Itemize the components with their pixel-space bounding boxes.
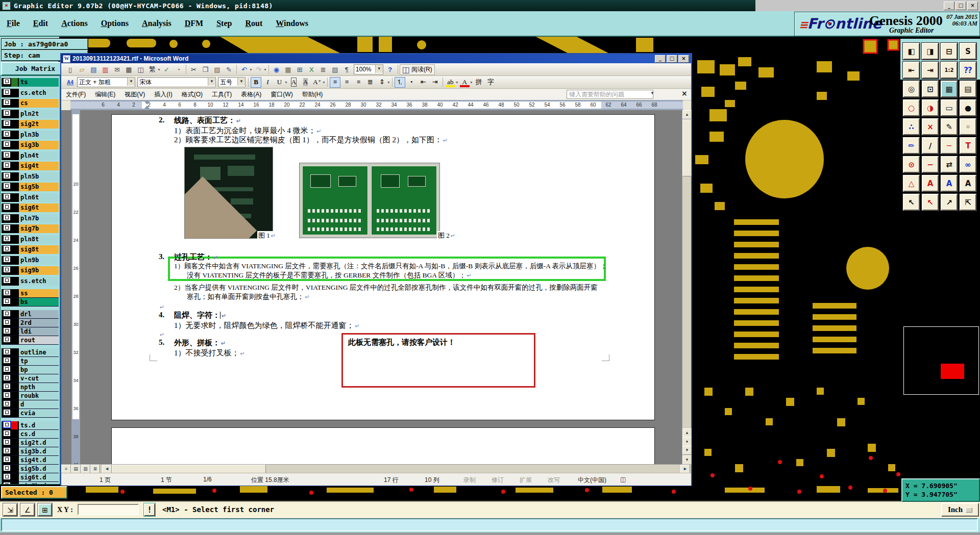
command-line-bar[interactable] <box>1 518 978 531</box>
layer-label[interactable]: bp <box>19 366 59 374</box>
char-border-button[interactable]: A <box>288 77 299 88</box>
layer-row-sig2t.d[interactable]: sig2t.d <box>2 439 59 447</box>
zoom-select[interactable]: 100%▼ <box>354 64 383 74</box>
layer-row-pln8t[interactable]: pln8t <box>2 235 59 244</box>
hscroll-thumb[interactable] <box>112 465 266 473</box>
layer-row-cs.etch[interactable]: cs.etch <box>2 89 59 97</box>
select-alt-cursor-button[interactable]: ↗ <box>941 194 958 211</box>
layer-row-sig7b[interactable]: sig7b <box>2 224 59 233</box>
filled-pad-button[interactable]: ● <box>960 99 976 116</box>
layer-row-npth[interactable]: npth <box>2 383 59 392</box>
layer-label[interactable]: sig7b <box>19 224 59 233</box>
layer-label[interactable]: v-cut <box>19 374 59 383</box>
swap-button[interactable]: ⇄ <box>941 156 958 173</box>
layer-label[interactable]: sig3b <box>19 141 59 149</box>
text-red-button[interactable]: A <box>922 175 939 192</box>
layer-label[interactable]: pln7b <box>19 214 59 223</box>
menu-item-dfm[interactable]: DFM <box>178 19 210 28</box>
layer-row-sig4t[interactable]: sig4t <box>2 162 59 170</box>
layer-row-cvia[interactable]: cvia <box>2 409 59 418</box>
layer-row-pln5b[interactable]: pln5b <box>2 172 59 181</box>
font-select[interactable]: 宋体▼ <box>137 77 216 87</box>
layer-checkbox[interactable] <box>4 456 10 462</box>
layer-row-ss[interactable]: ss <box>2 289 59 298</box>
layer-checkbox[interactable] <box>4 194 10 199</box>
layer-label[interactable]: sig2t.d <box>19 439 59 447</box>
layer-checkbox[interactable] <box>4 337 10 342</box>
word-menu-item[interactable]: 格式(O) <box>177 90 207 99</box>
maximize-button[interactable]: □ <box>955 2 966 10</box>
layer-label[interactable]: drl <box>19 310 59 318</box>
layer-label[interactable]: sig3b.d <box>19 447 59 455</box>
menu-item-step[interactable]: Step <box>210 19 238 28</box>
select-red-cursor-button[interactable]: ↖ <box>922 194 939 211</box>
layer-row-pln2t[interactable]: pln2t <box>2 110 59 118</box>
phonetic-guide-button[interactable]: 拼 <box>474 77 484 88</box>
vertical-ruler[interactable]: 2022242628303234363840 <box>71 110 80 464</box>
zoom-window-button[interactable]: ⊡ <box>922 81 939 97</box>
chain-tool-button[interactable]: ∞ <box>960 156 976 173</box>
menu-item-windows[interactable]: Windows <box>269 19 315 28</box>
menu-item-file[interactable]: File <box>0 19 27 28</box>
layer-checkbox[interactable] <box>4 141 10 147</box>
layer-label[interactable]: cs.etch <box>19 89 59 97</box>
scroll-left-icon[interactable]: ◄ <box>102 465 112 473</box>
layer-label[interactable]: sig6t.d <box>19 473 59 481</box>
layers-table-button[interactable]: ▤ <box>960 81 976 97</box>
char-shading-button[interactable]: A <box>300 77 311 88</box>
word-minimize-button[interactable]: _ <box>655 55 666 63</box>
layer-label[interactable]: ts.d <box>19 421 59 429</box>
layer-checkbox[interactable] <box>4 162 10 168</box>
pad-center-button[interactable]: ⊙ <box>903 156 920 173</box>
layer-label[interactable]: cs.d <box>19 430 59 438</box>
dropdown-icon[interactable]: ▼ <box>470 81 473 84</box>
grid-snap-button[interactable]: ▦ <box>941 81 958 97</box>
layer-label[interactable]: pln9b <box>19 256 59 265</box>
layer-checkbox[interactable] <box>4 465 10 471</box>
word-menu-item[interactable]: 插入(I) <box>150 90 177 99</box>
show-hide-icon[interactable]: ¶ <box>341 64 352 75</box>
layer-row-outline[interactable]: outline <box>2 348 59 357</box>
scatter-tool-button[interactable]: ∴ <box>903 118 920 135</box>
layer-label[interactable]: rout <box>19 336 59 344</box>
mail-icon[interactable]: ✉ <box>112 64 122 75</box>
dropdown-icon[interactable]: ▼ <box>284 81 288 84</box>
outdent-button[interactable]: ⇤ <box>418 77 429 88</box>
hanging-indent-marker[interactable] <box>144 106 150 109</box>
font-size-select[interactable]: 五号▼ <box>218 77 246 87</box>
font-color-button[interactable]: A <box>459 77 470 88</box>
char-scale-button[interactable]: A⁺ <box>312 77 323 88</box>
layer-row-sig7b.d[interactable]: sig7b.d <box>2 482 59 485</box>
layer-checkbox[interactable] <box>4 366 10 372</box>
layer-label[interactable]: ldi <box>19 327 59 336</box>
layer-row-roubk[interactable]: roubk <box>2 392 59 400</box>
normal-view-icon[interactable]: ≡ <box>61 465 71 473</box>
layer-row-sig6t.d[interactable]: sig6t.d <box>2 473 59 482</box>
scroll-up-icon[interactable]: ▲ <box>682 110 692 119</box>
circle-tool-button[interactable]: ○ <box>903 99 920 116</box>
layer-row-drl[interactable]: drl <box>2 310 59 319</box>
layer-label[interactable]: cvia <box>19 409 59 417</box>
zoom-button[interactable]: ◎ <box>903 81 920 97</box>
menu-item-analysis[interactable]: Analysis <box>135 19 178 28</box>
style-select[interactable]: 正文 + 加粗▼ <box>77 77 135 87</box>
layer-label[interactable]: sig4t.d <box>19 456 59 464</box>
bold-button[interactable]: B <box>251 77 261 88</box>
delete-button[interactable]: × <box>922 118 939 135</box>
minimize-button[interactable]: _ <box>944 2 954 10</box>
layer-row-sig4t.d[interactable]: sig4t.d <box>2 456 59 465</box>
layer-row-bp[interactable]: bp <box>2 366 59 374</box>
close-button[interactable]: × <box>967 2 978 10</box>
layer-checkbox[interactable] <box>4 131 10 137</box>
layer-checkbox[interactable] <box>4 410 10 415</box>
next-page-icon[interactable]: ▼ <box>682 446 692 455</box>
layer-row-sig9b[interactable]: sig9b <box>2 266 59 275</box>
arc-tool-button[interactable]: ◑ <box>922 99 939 116</box>
display-split-button[interactable]: ◨ <box>922 43 939 60</box>
layer-label[interactable]: ts <box>19 78 59 87</box>
layer-row-cs.d[interactable]: cs.d <box>2 430 59 439</box>
layer-row-pln9b[interactable]: pln9b <box>2 256 59 265</box>
text-tool-button[interactable]: T <box>960 137 976 154</box>
dashed-rect-button[interactable]: ▭ <box>941 99 958 116</box>
scroll-down-icon[interactable]: ▼ <box>682 455 692 465</box>
